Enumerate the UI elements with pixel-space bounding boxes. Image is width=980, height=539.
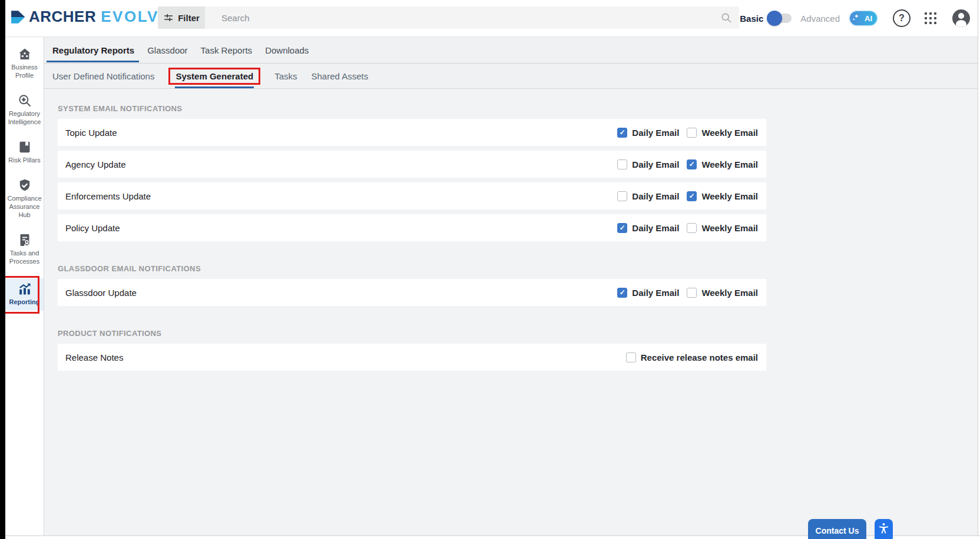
checkbox[interactable] (617, 288, 627, 298)
contact-us-label: Contact Us (816, 526, 859, 535)
sidebar-nav: Business ProfileRegulatory IntelligenceR… (5, 37, 44, 311)
tab-user-defined-notifications[interactable]: User Defined Notifications (52, 64, 154, 88)
tab-label: System Generated (168, 68, 260, 85)
checkbox-label: Receive release notes email (641, 352, 758, 362)
toggle-knob[interactable] (767, 11, 782, 26)
checkbox-option[interactable]: Weekly Email (687, 128, 758, 138)
notification-row: Release NotesReceive release notes email (58, 344, 766, 371)
notification-row: Topic UpdateDaily EmailWeekly Email (58, 119, 766, 146)
sidebar-item-compliance-assurance-hub[interactable]: Compliance Assurance Hub (5, 177, 44, 220)
contact-us-button[interactable]: Contact Us (808, 519, 866, 539)
sidebar-item-risk-pillars[interactable]: Risk Pillars (5, 139, 44, 165)
checkbox-option[interactable]: Weekly Email (687, 288, 758, 298)
checkbox-group: Daily EmailWeekly Email (617, 191, 758, 201)
secondary-tabbar: User Defined NotificationsSystem Generat… (44, 64, 978, 89)
sidebar-item-tasks-and-processes[interactable]: Tasks and Processes (5, 232, 44, 267)
checkbox-option[interactable]: Daily Email (617, 223, 679, 233)
checkbox-label: Daily Email (632, 191, 679, 201)
archer-evolv-logo: ARCHER EVOLV™ (11, 8, 165, 26)
tab-shared-assets[interactable]: Shared Assets (312, 64, 369, 88)
sparkle-small-icon: ✦ (852, 17, 855, 21)
sidebar: Business ProfileRegulatory IntelligenceR… (5, 37, 44, 539)
checkbox[interactable] (626, 352, 636, 362)
section-title: GLASSDOOR EMAIL NOTIFICATIONS (58, 264, 978, 273)
sidebar-item-reporting[interactable]: Reporting (5, 278, 44, 311)
brand-chevron-icon (11, 9, 26, 25)
checkbox[interactable] (617, 128, 627, 138)
section-title: PRODUCT NOTIFICATIONS (58, 329, 978, 338)
risk-pillars-icon (18, 140, 32, 154)
filter-button[interactable]: Filter (158, 6, 205, 29)
user-avatar[interactable] (952, 9, 970, 27)
checkbox-option[interactable]: Daily Email (617, 191, 679, 201)
filter-button-label: Filter (178, 13, 200, 23)
checkbox[interactable] (687, 159, 697, 169)
tab-downloads[interactable]: Downloads (265, 37, 309, 63)
notification-row: Policy UpdateDaily EmailWeekly Email (58, 214, 766, 241)
checkbox-label: Weekly Email (701, 191, 758, 201)
checkbox[interactable] (687, 128, 697, 138)
search-bar: Filter (158, 6, 739, 29)
ai-assistant-button[interactable]: ✦ ✦ AI (849, 10, 878, 26)
checkbox[interactable] (687, 191, 697, 201)
top-bar: ARCHER EVOLV™ Filter (0, 0, 980, 37)
checkbox[interactable] (687, 223, 697, 233)
checkbox-option[interactable]: Daily Email (617, 159, 679, 169)
checkbox-label: Weekly Email (701, 223, 758, 233)
checkbox-label: Daily Email (632, 223, 679, 233)
checkbox[interactable] (617, 223, 627, 233)
sidebar-item-label: Regulatory Intelligence (5, 109, 44, 126)
notification-section: PRODUCT NOTIFICATIONSRelease NotesReceiv… (58, 329, 978, 371)
tab-task-reports[interactable]: Task Reports (201, 37, 253, 63)
tasks-and-processes-icon (18, 233, 32, 247)
main-content: Regulatory ReportsGlassdoorTask ReportsD… (44, 37, 978, 536)
compliance-assurance-hub-icon (18, 178, 32, 192)
notification-row: Enforcements UpdateDaily EmailWeekly Ema… (58, 182, 766, 209)
tab-system-generated[interactable]: System Generated (168, 64, 260, 88)
ai-button-label: AI (865, 14, 872, 23)
help-icon[interactable]: ? (893, 9, 911, 27)
search-input[interactable] (205, 6, 739, 29)
notification-row: Glassdoor UpdateDaily EmailWeekly Email (58, 279, 766, 306)
filter-sliders-icon (163, 12, 174, 23)
tab-label: Downloads (265, 45, 309, 55)
basic-advanced-toggle[interactable] (768, 14, 792, 23)
notification-sections: SYSTEM EMAIL NOTIFICATIONSTopic UpdateDa… (44, 104, 978, 371)
reporting-icon (18, 282, 32, 296)
window-right-edge (978, 0, 980, 539)
checkbox-option[interactable]: Weekly Email (687, 223, 758, 233)
tab-label: User Defined Notifications (52, 71, 154, 81)
tab-tasks[interactable]: Tasks (274, 64, 297, 88)
checkbox-label: Weekly Email (701, 128, 758, 138)
checkbox-label: Daily Email (632, 128, 679, 138)
checkbox-option[interactable]: Receive release notes email (626, 352, 758, 362)
accessibility-button[interactable] (875, 519, 893, 539)
checkbox-label: Daily Email (632, 159, 679, 169)
checkbox-group: Daily EmailWeekly Email (617, 223, 758, 233)
app-launcher-grid-icon[interactable] (924, 12, 937, 25)
top-right-controls: Basic Advanced ✦ ✦ AI ? (740, 0, 970, 36)
search-icon[interactable] (720, 12, 732, 24)
notification-row-label: Policy Update (65, 223, 120, 233)
checkbox[interactable] (617, 191, 627, 201)
brand-name-secondary: EVOLV™ (101, 8, 165, 26)
notification-section: GLASSDOOR EMAIL NOTIFICATIONSGlassdoor U… (58, 264, 978, 306)
checkbox-option[interactable]: Daily Email (617, 288, 679, 298)
checkbox-option[interactable]: Weekly Email (687, 159, 758, 169)
checkbox-option[interactable]: Daily Email (617, 128, 679, 138)
checkbox-group: Daily EmailWeekly Email (617, 128, 758, 138)
sidebar-item-business-profile[interactable]: Business Profile (5, 46, 44, 81)
search-field (205, 6, 739, 29)
checkbox[interactable] (687, 288, 697, 298)
notification-row-label: Glassdoor Update (65, 288, 137, 298)
checkbox[interactable] (617, 159, 627, 169)
sidebar-item-regulatory-intelligence[interactable]: Regulatory Intelligence (5, 92, 44, 127)
tab-regulatory-reports[interactable]: Regulatory Reports (52, 37, 134, 63)
checkbox-group: Daily EmailWeekly Email (617, 288, 758, 298)
business-profile-icon (18, 47, 32, 61)
sidebar-item-label: Risk Pillars (5, 156, 44, 164)
tab-glassdoor[interactable]: Glassdoor (147, 37, 187, 63)
checkbox-option[interactable]: Weekly Email (687, 191, 758, 201)
tab-label: Task Reports (201, 45, 253, 55)
checkbox-label: Weekly Email (701, 159, 758, 169)
